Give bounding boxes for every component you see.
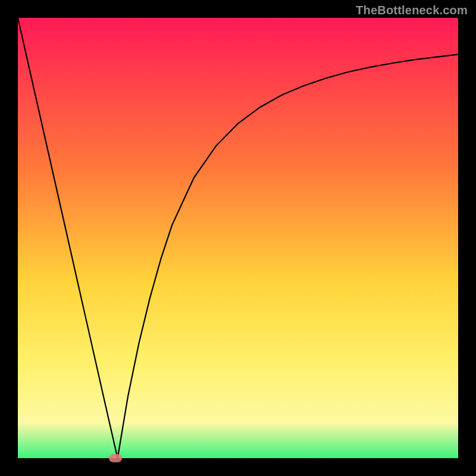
chart-container: TheBottleneck.com [0,0,476,476]
optimal-point-marker [109,454,122,462]
watermark-text: TheBottleneck.com [356,4,468,17]
plot-area [18,18,458,458]
gradient-background [18,18,458,458]
gradient-plot [18,18,458,458]
